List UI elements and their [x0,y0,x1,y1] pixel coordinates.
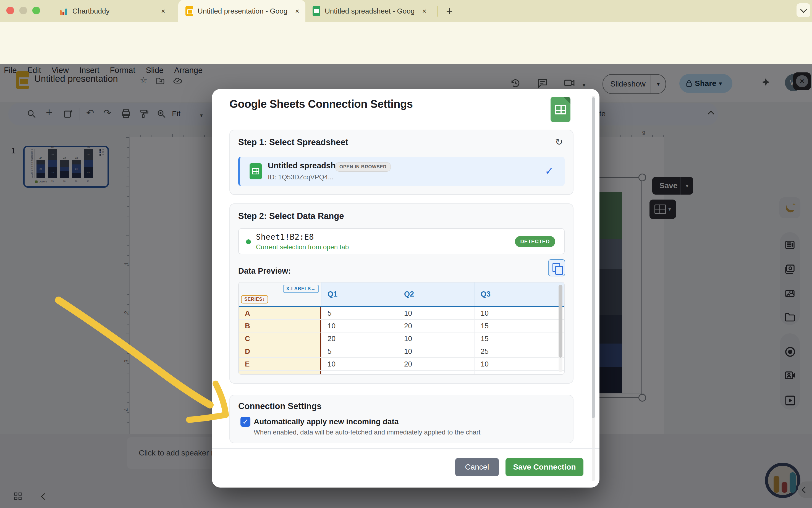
browser-toolbar: ← → ↻ docs.google.com/presentation/d/1b5… [0,22,812,46]
table-cell: 20 [398,358,474,370]
tab-separator [437,6,438,16]
data-preview-label: Data Preview: [238,266,291,276]
range-subtext: Current selection from open tab [256,243,349,251]
range-value: Sheet1!B2:E8 [256,232,314,242]
bookmarks-bar: All Bookmarks [0,46,812,65]
table-cell: 5 [321,307,398,319]
table-cell: 10 [474,358,551,370]
table-row: D51025 [239,345,564,358]
transpose-button[interactable] [548,259,565,277]
table-row: A51010 [239,307,564,320]
row-label: C [239,333,321,345]
column-header-q1: Q1 [321,283,398,306]
table-cell: 20 [398,320,474,332]
tab-title: Untitled spreadsheet - Goog [325,7,422,15]
tab-close-icon[interactable]: × [161,7,165,15]
row-label: E [239,358,321,370]
screen: Chartbuddy × Untitled presentation - Goo… [0,0,812,508]
table-cell: 15 [474,320,551,332]
cancel-button[interactable]: Cancel [455,458,499,476]
tab-search-chevron-button[interactable] [797,3,810,17]
column-header-q2: Q2 [398,283,474,306]
tab-close-icon[interactable]: × [295,7,299,15]
table-header-row: X-LABELS→ SERIES↓ Q1Q2Q3 [239,283,564,307]
row-label: D [239,345,321,357]
window-minimize-button[interactable] [19,7,27,14]
auto-apply-checkbox[interactable]: ✓ [241,417,250,427]
sheets-connection-dialog: Google Sheets Connection Settings Step 1… [212,89,599,488]
table-row: C201015 [239,333,564,345]
series-badge: SERIES↓ [241,295,268,303]
connection-settings-card: Connection Settings ✓ Automatically appl… [229,395,573,443]
dialog-title: Google Sheets Connection Settings [229,98,413,110]
refresh-icon[interactable]: ↻ [555,136,563,147]
step2-heading: Step 2: Select Data Range [238,211,344,221]
data-range-row[interactable]: Sheet1!B2:E8 Current selection from open… [238,228,565,254]
chevron-down-icon [800,6,807,13]
step1-heading: Step 1: Select Spreadsheet [238,137,348,147]
dialog-scrollbar-thumb[interactable] [592,97,595,418]
footer-divider [212,448,599,449]
chartbuddy-favicon [60,7,68,15]
table-cell: 10 [398,307,474,319]
browser-tab-strip: Chartbuddy × Untitled presentation - Goo… [0,0,812,22]
row-label: A [239,307,321,319]
x-labels-badge: X-LABELS→ [283,285,319,293]
auto-apply-description: When enabled, data will be auto-fetched … [254,428,481,436]
slides-favicon [185,6,193,16]
auto-apply-label: Automatically apply new incoming data [254,417,398,426]
save-connection-button[interactable]: Save Connection [506,458,584,476]
tab-chartbuddy[interactable]: Chartbuddy × [52,0,171,22]
step2-card: Step 2: Select Data Range Sheet1!B2:E8 C… [229,203,573,384]
window-maximize-button[interactable] [32,7,40,14]
table-cell: 10 [474,307,551,319]
column-header-q3: Q3 [474,283,551,306]
tab-title: Chartbuddy [73,7,161,15]
table-corner-cell: X-LABELS→ SERIES↓ [239,283,321,306]
detected-badge: DETECTED [515,236,555,247]
step1-card: Step 1: Select Spreadsheet ↻ Untitled sp… [229,130,573,195]
table-body: A51010B102015C201015D51025E102010 [239,307,564,375]
tab-close-icon[interactable]: × [422,7,426,15]
spreadsheet-id: ID: 1Q53DZcqVPQ4... [268,173,333,181]
table-cell: 5 [321,345,398,357]
tab-presentation-active[interactable]: Untitled presentation - Goog × [178,0,305,22]
sheets-favicon [312,6,320,16]
table-cell: 10 [321,358,398,370]
connection-settings-heading: Connection Settings [238,401,322,411]
tab-title: Untitled presentation - Goog [198,7,295,15]
table-cell: 15 [474,333,551,345]
row-label: B [239,320,321,332]
table-row: E102010 [239,358,564,371]
table-cell: 10 [398,345,474,357]
table-row-partial [239,371,564,375]
table-cell: 20 [321,333,398,345]
data-preview-table: X-LABELS→ SERIES↓ Q1Q2Q3 A51010B102015C2… [238,282,565,375]
status-dot [246,239,251,244]
table-cell: 10 [321,320,398,332]
table-cell: 25 [474,345,551,357]
table-cell: 10 [398,333,474,345]
selected-check-icon: ✓ [545,165,554,177]
new-tab-button[interactable]: + [442,4,457,18]
tab-spreadsheet[interactable]: Untitled spreadsheet - Goog × [305,0,432,22]
window-close-button[interactable] [6,7,14,14]
spreadsheet-item-selected[interactable]: Untitled spreadsheet OPEN IN BROWSER ID:… [238,157,565,186]
table-scrollbar-thumb[interactable] [559,285,562,357]
open-in-browser-badge: OPEN IN BROWSER [335,162,391,172]
sheets-file-icon [250,163,262,179]
table-row: B102015 [239,320,564,333]
google-sheets-icon [551,97,570,122]
